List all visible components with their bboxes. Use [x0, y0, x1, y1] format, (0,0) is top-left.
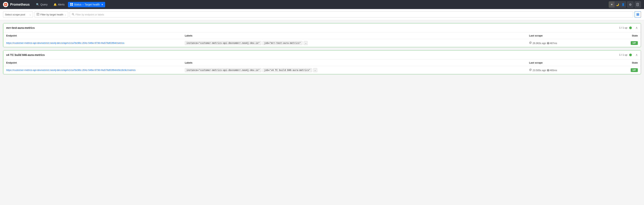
svg-point-1 [5, 4, 6, 5]
table-row: https://customer-metrics-api-devnommrr.n… [3, 66, 641, 74]
scrape-pool-chevron-icon: ⌄ [29, 13, 31, 16]
state-badge-1-0: UP [631, 68, 638, 72]
label-tag-instance-1-0: instance="customer-metrics-api-devnommrr… [185, 68, 261, 72]
col-header-endpoint-1: Endpoint [3, 59, 182, 66]
last-scrape-0-0: 26.963s ago 487ms [529, 42, 593, 45]
nav-status-dropdown[interactable]: Status › Target health ▾ [68, 2, 105, 7]
state-badge-0-0: UP [631, 41, 638, 45]
chevron-down-icon: ▾ [102, 3, 103, 6]
nav-alerts[interactable]: 🔔 Alerts [51, 2, 67, 7]
col-header-lastscrape-0: Last scrape [526, 32, 596, 39]
svg-rect-14 [37, 13, 39, 16]
state-cell-0-0: UP [596, 39, 641, 47]
endpoint-link-1-0[interactable]: https://customer-metrics-api-devnommrr.n… [6, 69, 136, 72]
search-icon: 🔍 [36, 3, 39, 6]
brand-logo[interactable]: Prometheus [3, 2, 30, 7]
col-header-labels-0: Labels [182, 32, 526, 39]
col-header-state-0: State [596, 32, 641, 39]
refresh-icon [529, 42, 532, 45]
status-dot-green-icon [629, 27, 632, 29]
label-expand-button-0-0[interactable]: ⌄ [304, 41, 308, 45]
labels-cell-1-0: instance="customer-metrics-api-devnommrr… [182, 66, 526, 74]
navbar-nav: 🔍 Query 🔔 Alerts Status › Target health … [34, 2, 605, 7]
last-scrape-1-0: 23.505s ago 465ms [529, 69, 593, 72]
brand-name: Prometheus [10, 3, 30, 7]
svg-rect-22 [638, 15, 639, 16]
settings-button[interactable]: ⚙ [627, 1, 634, 8]
navbar-right: ☀ 🌙 👤 ⚙ [609, 1, 641, 8]
main-content: mrr-test-aura-metrics 1 / 1 up ∧ Endpoin… [0, 20, 644, 77]
navbar: Prometheus 🔍 Query 🔔 Alerts Status › Tar… [0, 0, 644, 9]
label-expand-button-1-0[interactable]: ⌄ [313, 68, 317, 72]
refresh-icon-1 [529, 69, 532, 72]
health-filter-label: Filter by target health [40, 13, 63, 16]
target-group-0-header: mrr-test-aura-metrics 1 / 1 up ∧ [3, 23, 641, 32]
endpoint-link-0-0[interactable]: https://customer-metrics-api-devnommrr.n… [6, 42, 124, 44]
svg-rect-7 [72, 3, 73, 4]
collapse-group-0-button[interactable]: ∧ [636, 26, 638, 30]
endpoint-cell-0-0: https://customer-metrics-api-devnommrr.n… [3, 39, 182, 47]
labels-container-0-0: instance="customer-metrics-api-devnommrr… [185, 41, 523, 45]
endpoint-cell-1-0: https://customer-metrics-api-devnommrr.n… [3, 66, 182, 74]
target-group-1-name: v4 TC build 846-aura-metrics [6, 53, 619, 56]
target-group-0-table: Endpoint Labels Last scrape State https:… [3, 32, 641, 47]
svg-line-18 [74, 15, 74, 16]
scrape-pool-label: Select scrape pool [5, 13, 25, 16]
label-tag-instance-0-0: instance="customer-metrics-api-devnommrr… [185, 41, 261, 45]
collapse-group-1-button[interactable]: ∧ [636, 53, 638, 57]
dark-theme-btn[interactable]: 🌙 [614, 2, 620, 8]
svg-rect-6 [70, 3, 71, 4]
grid-icon [70, 3, 73, 6]
state-cell-1-0: UP [596, 66, 641, 74]
lastscrape-cell-0-0: 26.963s ago 487ms [526, 39, 596, 47]
labels-cell-0-0: instance="customer-metrics-api-devnommrr… [182, 39, 526, 47]
target-group-1: v4 TC build 846-aura-metrics 1 / 1 up ∧ … [3, 50, 641, 74]
nav-status-label: Status [74, 3, 82, 6]
view-toggle-button[interactable] [634, 11, 641, 18]
svg-rect-19 [637, 13, 638, 14]
prometheus-logo-icon [3, 2, 8, 7]
svg-rect-21 [637, 15, 638, 16]
nav-alerts-label: Alerts [58, 3, 64, 6]
col-header-labels-1: Labels [182, 59, 526, 66]
nav-query-label: Query [40, 3, 48, 6]
health-filter-icon [36, 13, 39, 16]
endpoint-search-icon [72, 13, 74, 16]
target-group-0-stats: 1 / 1 up ∧ [619, 26, 638, 30]
scrape-time-1-0: 23.505s ago [533, 69, 546, 72]
nav-query[interactable]: 🔍 Query [34, 2, 50, 7]
scrape-duration-1-0: 465ms [547, 69, 557, 72]
svg-rect-9 [72, 5, 73, 6]
user-theme-btn[interactable]: 👤 [620, 2, 626, 8]
health-filter-select[interactable]: Filter by target health ⌄ [34, 11, 68, 18]
endpoint-filter-search[interactable] [70, 11, 633, 18]
docs-button[interactable] [634, 1, 641, 8]
target-group-1-stats: 1 / 1 up ∧ [619, 53, 638, 57]
target-group-1-header: v4 TC build 846-aura-metrics 1 / 1 up ∧ [3, 50, 641, 59]
endpoint-filter-input[interactable] [76, 13, 631, 16]
target-group-0-name: mrr-test-aura-metrics [6, 26, 619, 29]
svg-rect-8 [70, 5, 71, 6]
scrape-duration-0-0: 487ms [547, 42, 557, 45]
scrape-pool-select[interactable]: Select scrape pool ⌄ [3, 11, 33, 18]
nav-target-health-label: Target health [84, 3, 100, 6]
bell-icon: 🔔 [54, 3, 57, 6]
scrape-time-0-0: 26.963s ago [533, 42, 546, 45]
labels-container-1-0: instance="customer-metrics-api-devnommrr… [185, 68, 523, 72]
table-row: https://customer-metrics-api-devnommrr.n… [3, 39, 641, 47]
col-header-state-1: State [596, 59, 641, 66]
target-group-1-table: Endpoint Labels Last scrape State https:… [3, 59, 641, 74]
target-group-0: mrr-test-aura-metrics 1 / 1 up ∧ Endpoin… [3, 23, 641, 47]
svg-rect-20 [638, 13, 639, 14]
label-tag-job-1-0: job="v4 TC build 846-aura-metrics" [262, 68, 312, 72]
svg-point-17 [72, 13, 74, 15]
lastscrape-cell-1-0: 23.505s ago 465ms [526, 66, 596, 74]
health-filter-chevron-icon: ⌄ [64, 13, 66, 16]
status-dot-green-1-icon [629, 54, 632, 56]
duration-value-0-0: 487ms [550, 42, 557, 45]
col-header-endpoint-0: Endpoint [3, 32, 182, 39]
duration-value-1-0: 465ms [550, 69, 557, 72]
label-tag-job-0-0: job="mrr-test-aura-metrics" [262, 41, 302, 45]
theme-switcher: ☀ 🌙 👤 [609, 1, 626, 8]
light-theme-btn[interactable]: ☀ [609, 2, 614, 8]
